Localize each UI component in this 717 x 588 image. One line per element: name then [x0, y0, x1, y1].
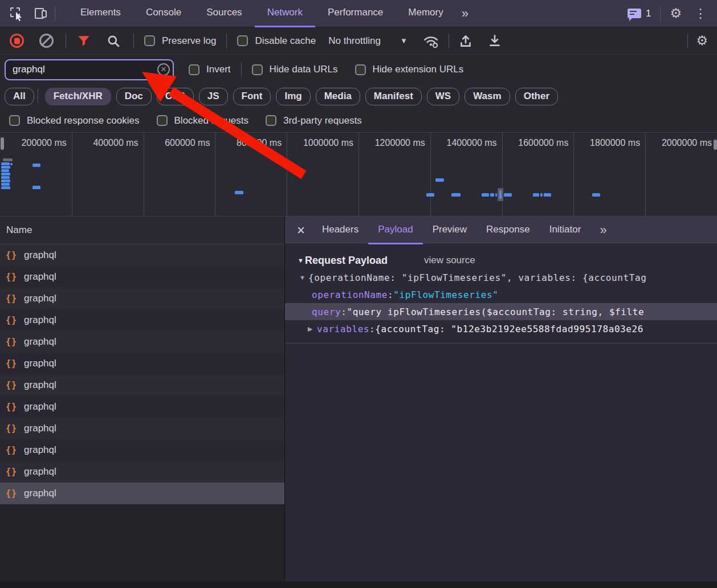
blocked-response-cookies-checkbox[interactable]: Blocked response cookies: [9, 115, 140, 126]
request-row[interactable]: {}graphql: [0, 353, 284, 374]
checkbox[interactable]: [157, 115, 168, 126]
clear-network-log-button[interactable]: [39, 34, 54, 48]
close-detail-icon[interactable]: ✕: [296, 224, 305, 237]
record-network-log-button[interactable]: [10, 34, 24, 48]
waterfall-bar: [435, 178, 444, 182]
network-overview-timeline[interactable]: 200000 ms400000 ms600000 ms800000 ms1000…: [0, 132, 717, 217]
clear-filter-icon[interactable]: ✕: [157, 63, 170, 76]
request-row[interactable]: {}graphql: [0, 418, 284, 439]
checkbox-label: Disable cache: [255, 35, 316, 47]
waterfall-bar: [495, 193, 497, 197]
type-chip-bar: AllFetch/XHRDocCSSJSFontImgMediaManifest…: [0, 84, 717, 109]
json-braces-icon: {}: [6, 445, 17, 455]
payload-text: query: [312, 307, 341, 317]
3rd-party-requests-checkbox[interactable]: 3rd-party requests: [266, 115, 362, 126]
type-chip-wasm[interactable]: Wasm: [465, 88, 510, 105]
type-chip-fetch-xhr[interactable]: Fetch/XHR: [45, 88, 111, 105]
name-column-header[interactable]: Name: [6, 224, 32, 236]
disable-cache-checkbox[interactable]: Disable cache: [237, 35, 316, 47]
type-chip-img[interactable]: Img: [276, 88, 310, 105]
request-row[interactable]: {}graphql: [0, 309, 284, 331]
kebab-menu-icon[interactable]: ⋮: [694, 6, 707, 21]
invert-checkbox[interactable]: Invert: [189, 64, 231, 75]
checkbox[interactable]: [144, 35, 155, 46]
checkbox[interactable]: [266, 115, 276, 126]
settings-gear-icon[interactable]: ⚙: [670, 6, 682, 21]
type-chip-ws[interactable]: WS: [427, 88, 459, 105]
type-chip-doc[interactable]: Doc: [116, 88, 152, 105]
detail-tab-payload[interactable]: Payload: [368, 217, 422, 244]
type-chip-manifest[interactable]: Manifest: [365, 88, 422, 105]
type-chip-media[interactable]: Media: [316, 88, 360, 105]
blocked-requests-checkbox[interactable]: Blocked requests: [157, 115, 248, 126]
hide-data-urls-checkbox[interactable]: Hide data URLs: [252, 64, 338, 75]
overview-scroll-handle-right[interactable]: [714, 140, 717, 150]
waterfall-bar: [544, 193, 551, 197]
main-tab-sources[interactable]: Sources: [194, 0, 254, 27]
request-row[interactable]: {}graphql: [0, 439, 284, 461]
divider: [449, 34, 449, 48]
view-source-link[interactable]: view source: [424, 255, 475, 266]
type-chip-all[interactable]: All: [5, 88, 34, 105]
type-chip-font[interactable]: Font: [233, 88, 271, 105]
detail-tab-initiator[interactable]: Initiator: [540, 217, 591, 244]
throttling-select[interactable]: No throttling ▼: [328, 35, 408, 47]
timeline-tick-label: 2000000 ms: [645, 133, 717, 216]
filter-funnel-icon[interactable]: [76, 34, 91, 48]
waterfall-bar: [499, 190, 502, 199]
timeline-tick-label: 1000000 ms: [287, 133, 358, 216]
hide-extension-urls-checkbox[interactable]: Hide extension URLs: [355, 64, 464, 75]
main-tab-memory[interactable]: Memory: [396, 0, 455, 27]
device-toolbar-icon[interactable]: [33, 6, 48, 21]
disclosure-expanded-icon[interactable]: ▼: [299, 274, 308, 281]
main-tab-network[interactable]: Network: [255, 0, 315, 27]
payload-text: {operationName: "ipFlowTimeseries", vari…: [308, 272, 647, 283]
checkbox[interactable]: [9, 115, 20, 126]
overview-scroll-handle-left[interactable]: [1, 137, 4, 150]
payload-line[interactable]: operationName: "ipFlowTimeseries": [285, 286, 717, 303]
checkbox[interactable]: [189, 64, 199, 75]
main-tab-performance[interactable]: Performance: [315, 0, 396, 27]
detail-more-tabs-icon[interactable]: »: [594, 223, 611, 238]
request-row[interactable]: {}graphql: [0, 288, 284, 309]
detail-tab-preview[interactable]: Preview: [423, 217, 476, 244]
payload-text: {accountTag: "b12e3b2192ee5588fdad995178…: [375, 324, 643, 334]
more-tabs-icon[interactable]: »: [456, 6, 473, 21]
disclosure-collapsed-icon[interactable]: ▶: [308, 325, 317, 333]
checkbox[interactable]: [252, 64, 263, 75]
request-table-header[interactable]: Name: [0, 217, 284, 244]
type-chip-js[interactable]: JS: [199, 88, 228, 105]
main-tab-console[interactable]: Console: [133, 0, 194, 27]
request-row[interactable]: {}graphql: [0, 331, 284, 353]
request-name: graphql: [24, 358, 56, 369]
payload-line[interactable]: ▶variables: {accountTag: "b12e3b2192ee55…: [285, 320, 717, 337]
request-row[interactable]: {}graphql: [0, 266, 284, 288]
export-har-icon[interactable]: [487, 34, 502, 48]
inspect-element-icon[interactable]: [9, 6, 24, 21]
main-tab-elements[interactable]: Elements: [68, 0, 133, 27]
detail-tab-response[interactable]: Response: [476, 217, 540, 244]
section-expanded-icon[interactable]: ▼: [298, 257, 304, 264]
filter-input[interactable]: [5, 59, 174, 80]
request-row[interactable]: {}graphql: [0, 396, 284, 418]
issues-count: 1: [646, 8, 651, 19]
request-row[interactable]: {}graphql: [0, 244, 284, 266]
timeline-tick-label: 200000 ms: [0, 133, 72, 216]
issues-button[interactable]: 1: [628, 8, 651, 19]
import-har-icon[interactable]: [458, 34, 473, 48]
type-chip-css[interactable]: CSS: [157, 88, 194, 105]
type-chip-other[interactable]: Other: [515, 88, 558, 105]
checkbox[interactable]: [237, 35, 248, 46]
search-icon[interactable]: [106, 34, 121, 48]
payload-line[interactable]: query: "query ipFlowTimeseries($accountT…: [285, 303, 717, 320]
request-row[interactable]: {}graphql: [0, 374, 284, 396]
checkbox[interactable]: [355, 64, 366, 75]
request-row[interactable]: {}graphql: [0, 461, 284, 483]
payload-line[interactable]: ▼{operationName: "ipFlowTimeseries", var…: [285, 269, 717, 286]
checkbox-label: Invert: [206, 64, 231, 75]
network-settings-gear-icon[interactable]: ⚙: [696, 33, 708, 48]
network-conditions-icon[interactable]: [422, 34, 439, 48]
request-row[interactable]: {}graphql: [0, 483, 284, 504]
preserve-log-checkbox[interactable]: Preserve log: [144, 35, 216, 47]
detail-tab-headers[interactable]: Headers: [312, 217, 368, 244]
